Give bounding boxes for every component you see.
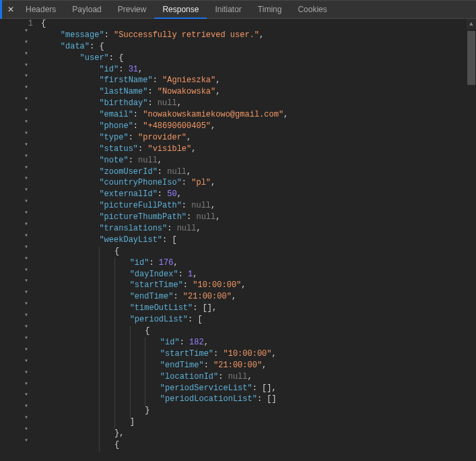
json-key: "user" (80, 53, 109, 63)
collapse-icon[interactable]: ▾ (24, 334, 28, 342)
collapse-icon[interactable]: ▾ (24, 220, 28, 228)
json-value: null (228, 372, 248, 381)
json-value: "nowakowskamiekowo@gmail.com" (143, 110, 283, 119)
scroll-up-icon[interactable]: ▲ (467, 19, 476, 30)
json-key: "id" (130, 258, 149, 268)
json-value: "Nowakowska" (158, 87, 215, 96)
collapse-icon[interactable]: ▾ (24, 174, 28, 182)
collapse-icon[interactable]: ▾ (24, 94, 28, 102)
json-key: "note" (99, 156, 128, 165)
tab-initiator[interactable]: Initiator (207, 1, 249, 19)
json-key: "phone" (99, 121, 133, 131)
tab-payload[interactable]: Payload (64, 1, 109, 19)
collapse-icon[interactable]: ▾ (24, 26, 28, 34)
json-value: "visible" (147, 144, 191, 154)
collapse-icon[interactable]: ▾ (24, 185, 28, 193)
json-key: "id" (99, 65, 118, 74)
collapse-icon[interactable]: ▾ (24, 117, 28, 125)
tab-headers[interactable]: Headers (18, 1, 64, 19)
json-key: "type" (99, 133, 128, 142)
json-value: null (177, 224, 197, 233)
json-key: "lastName" (99, 87, 147, 96)
collapse-icon[interactable]: ▾ (24, 311, 28, 319)
collapse-icon[interactable]: ▾ (24, 266, 28, 274)
json-value: [] (262, 383, 271, 393)
collapse-icon[interactable]: ▾ (24, 71, 28, 80)
brace-open: { (114, 440, 119, 450)
brace-open: { (41, 19, 46, 28)
brace-close: } (145, 406, 149, 415)
collapse-icon[interactable]: ▾ (24, 106, 28, 114)
collapse-icon[interactable]: ▾ (24, 152, 28, 160)
json-key: "email" (99, 110, 133, 119)
json-key: "periodServiceList" (160, 383, 252, 393)
json-value: [] (203, 303, 212, 313)
collapse-icon[interactable]: ▾ (24, 276, 28, 284)
json-key: "startTime" (160, 349, 213, 359)
json-value: 176 (159, 258, 174, 268)
collapse-icon[interactable]: ▾ (24, 368, 28, 376)
json-key: "translations" (99, 224, 167, 233)
tab-cookies[interactable]: Cookies (290, 1, 335, 19)
json-value: null (158, 98, 177, 108)
json-value: "Agnieszka" (162, 75, 215, 85)
response-body[interactable]: 1{ ▾ "message": "Successfully retrieved … (0, 19, 476, 461)
collapse-icon[interactable]: ▾ (24, 288, 28, 296)
collapse-icon[interactable]: ▾ (24, 140, 28, 148)
collapse-icon[interactable]: ▾ (24, 38, 28, 46)
network-detail-tabbar: ✕ Headers Payload Preview Response Initi… (0, 0, 476, 19)
json-key: "startTime" (130, 280, 183, 290)
collapse-icon[interactable]: ▾ (24, 357, 28, 365)
collapse-icon[interactable]: ▾ (24, 345, 28, 353)
json-key: "endTime" (160, 361, 204, 370)
json-key: "timeOutList" (130, 303, 193, 313)
scrollbar[interactable]: ▲ (467, 19, 476, 461)
brace-open: { (114, 247, 119, 256)
json-key: "data" (61, 42, 90, 51)
collapse-icon[interactable]: ▾ (24, 322, 28, 330)
collapse-icon[interactable]: ▾ (24, 402, 28, 410)
collapse-icon[interactable]: ▾ (24, 379, 28, 388)
collapse-icon[interactable]: ▾ (24, 129, 28, 137)
json-value: "21:00:00" (213, 361, 262, 370)
collapse-icon[interactable]: ▾ (24, 390, 28, 398)
tab-preview[interactable]: Preview (110, 1, 155, 19)
json-key: "status" (99, 144, 138, 154)
collapse-icon[interactable]: ▾ (24, 243, 28, 251)
collapse-icon[interactable]: ▾ (24, 231, 28, 239)
tab-response[interactable]: Response (154, 1, 207, 19)
collapse-icon[interactable]: ▾ (24, 413, 28, 421)
collapse-icon[interactable]: ▾ (24, 425, 28, 433)
scroll-thumb[interactable] (467, 31, 475, 85)
collapse-icon[interactable]: ▾ (24, 61, 28, 69)
json-key: "message" (61, 30, 104, 40)
collapse-icon[interactable]: ▾ (24, 49, 28, 57)
collapse-icon[interactable]: ▾ (24, 208, 28, 216)
json-key: "endTime" (130, 292, 174, 301)
json-key: "firstName" (99, 75, 152, 85)
json-value: null (167, 167, 186, 177)
tab-timing[interactable]: Timing (250, 1, 290, 19)
collapse-icon[interactable]: ▾ (24, 299, 28, 307)
json-key: "zoomUserId" (99, 167, 157, 177)
json-key: "pictureFullPath" (99, 201, 181, 210)
json-value: null (138, 156, 158, 165)
brace-open: { (145, 326, 149, 336)
collapse-icon[interactable]: ▾ (24, 197, 28, 205)
close-icon[interactable]: ✕ (4, 5, 18, 14)
json-key: "pictureThumbPath" (99, 212, 186, 222)
json-key: "id" (160, 338, 180, 347)
brace-close: }, (114, 429, 124, 438)
json-value: [] (267, 394, 276, 404)
json-value: "10:00:00" (223, 349, 271, 359)
collapse-icon[interactable]: ▾ (24, 436, 28, 444)
json-value: "provider" (138, 133, 186, 142)
collapse-icon[interactable]: ▾ (24, 83, 28, 91)
json-key: "periodLocationList" (160, 394, 257, 404)
collapse-icon[interactable]: ▾ (24, 254, 28, 262)
json-value: "10:00:00" (193, 280, 241, 290)
collapse-icon[interactable]: ▾ (24, 163, 28, 171)
json-key: "externalId" (99, 189, 157, 199)
json-key: "birthday" (99, 98, 147, 108)
json-key: "locationId" (160, 372, 218, 381)
